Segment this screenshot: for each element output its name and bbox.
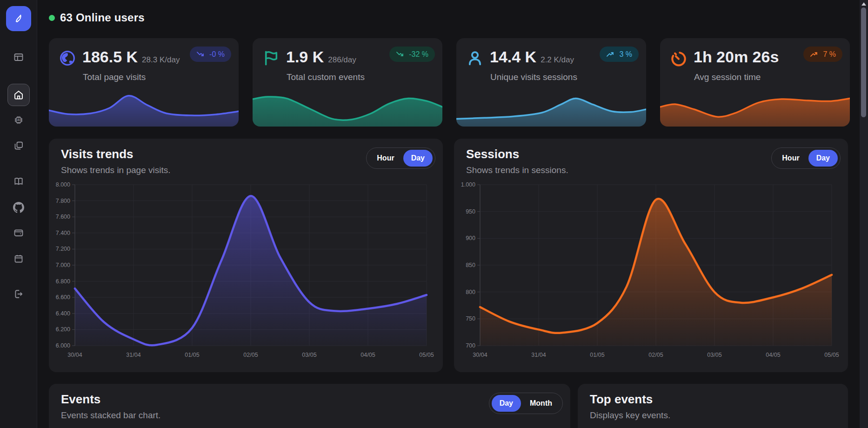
events-subtitle: Events stacked bar chart. (61, 410, 160, 421)
app-logo[interactable] (6, 6, 31, 31)
scrollbar-thumb[interactable] (861, 7, 866, 117)
line-chart[interactable]: 30/0431/0401/0502/0503/0504/0505/058.000… (49, 178, 443, 368)
stat-rate: 2.2 K/day (541, 55, 574, 64)
stat-label: Total custom events (287, 72, 365, 82)
stat-value-text: 186.5 K (82, 48, 138, 66)
y-tick-label: 7.600 (56, 214, 70, 220)
sidebar-item-panels[interactable] (7, 46, 30, 68)
events-title: Events (61, 392, 100, 407)
sparkline-chart (49, 89, 239, 127)
sidebar-item-copy[interactable] (7, 134, 30, 157)
chart-title: Visits trends (61, 147, 134, 161)
globe-icon (58, 49, 77, 67)
book-icon (13, 176, 24, 187)
sparkline-fill (660, 99, 850, 127)
wallet-icon (13, 227, 24, 238)
y-tick-label: 7.200 (56, 246, 70, 252)
x-tick-label: 04/05 (766, 352, 780, 358)
events-card: Events Events stacked bar chart. Day Mon… (49, 384, 570, 428)
svg-text:AI: AI (17, 118, 20, 121)
top-events-subtitle: Displays key events. (590, 410, 670, 421)
y-tick-label: 800 (466, 289, 475, 295)
x-tick-label: 31/04 (126, 352, 140, 358)
stat-rate: 28.3 K/day (142, 55, 180, 64)
badge-text: 7 % (823, 50, 836, 59)
sidebar-item-calendar[interactable] (7, 247, 30, 270)
y-tick-label: 7.000 (56, 262, 70, 268)
stat-label: Avg session time (694, 72, 761, 82)
scrollbar[interactable] (860, 0, 868, 428)
x-tick-label: 02/05 (648, 352, 663, 358)
chart-subtitle: Shows trends in sessions. (466, 165, 568, 175)
toggle-hour[interactable]: Hour (774, 150, 807, 167)
x-tick-label: 30/04 (67, 352, 82, 358)
trend-badge: -0 % (190, 47, 231, 62)
top-events-card: Top events Displays key events. (578, 384, 848, 428)
toggle-month[interactable]: Month (522, 395, 560, 412)
sidebar-item-home[interactable] (7, 84, 30, 106)
toggle-hour[interactable]: Hour (369, 150, 402, 167)
sidebar-item-ai[interactable]: AI (7, 109, 30, 131)
day-month-toggle: Day Month (489, 393, 563, 414)
sparkline-chart (660, 89, 850, 127)
toggle-day[interactable]: Day (492, 395, 521, 412)
online-users-label: 63 Online users (60, 11, 145, 24)
timer-icon (669, 49, 688, 67)
online-dot (49, 15, 55, 21)
sidebar-item-logout[interactable] (7, 283, 30, 305)
y-tick-label: 6.400 (56, 310, 70, 317)
scroll-up-arrow[interactable] (861, 2, 866, 6)
online-users: 63 Online users (49, 11, 145, 24)
stat-label: Unique visits sessions (490, 72, 577, 82)
sidebar-item-wallet[interactable] (7, 221, 30, 244)
top-events-title: Top events (590, 392, 653, 407)
stat-value: 1h 20m 26s (694, 48, 783, 66)
x-tick-label: 05/05 (419, 352, 434, 358)
sessions-card: Sessions Shows trends in sessions. Hour … (454, 139, 848, 372)
sidebar-item-docs[interactable] (7, 170, 30, 193)
y-tick-label: 900 (466, 235, 475, 241)
chart-subtitle: Shows trends in page visits. (61, 165, 171, 175)
funnel-logo-icon (12, 12, 26, 26)
y-tick-label: 950 (466, 208, 475, 215)
y-tick-label: 850 (466, 262, 475, 268)
y-tick-label: 7.400 (56, 230, 70, 236)
y-tick-label: 8.000 (56, 181, 70, 188)
trend-up-icon (810, 51, 819, 57)
stat-value-text: 1h 20m 26s (694, 48, 779, 66)
ai-chip-icon: AI (13, 114, 24, 126)
copy-icon (13, 140, 24, 151)
flag-icon (262, 49, 280, 67)
trend-down-icon (196, 51, 205, 57)
y-tick-label: 1.000 (461, 181, 475, 188)
trend-down-icon (396, 51, 405, 57)
stat-rate: 286/day (328, 55, 356, 64)
y-tick-label: 700 (466, 342, 475, 349)
toggle-day[interactable]: Day (403, 150, 433, 167)
stat-value: 1.9 K286/day (286, 48, 356, 66)
y-tick-label: 750 (466, 315, 475, 322)
stat-card-avg-session: 1h 20m 26s Avg session time 7 % (660, 38, 850, 127)
x-tick-label: 01/05 (590, 352, 604, 358)
main-content: 63 Online users 186.5 K28.3 K/day Total … (37, 0, 860, 428)
stat-value: 186.5 K28.3 K/day (82, 48, 180, 66)
x-tick-label: 02/05 (243, 352, 258, 358)
sidebar-item-github[interactable] (7, 196, 30, 219)
sparkline-chart (253, 89, 442, 127)
panels-icon (13, 52, 24, 63)
y-tick-label: 6.600 (56, 294, 70, 301)
x-tick-label: 31/04 (531, 352, 546, 358)
trend-badge: 7 % (803, 47, 842, 62)
visits-trends-card: Visits trends Shows trends in page visit… (49, 139, 443, 372)
sparkline-fill (49, 96, 239, 127)
toggle-day[interactable]: Day (808, 150, 838, 167)
x-tick-label: 04/05 (361, 352, 375, 358)
line-chart[interactable]: 30/0431/0401/0502/0503/0504/0505/051.000… (454, 178, 848, 368)
chart-area-fill (480, 199, 832, 346)
calendar-icon (13, 253, 24, 264)
badge-text: 3 % (619, 50, 632, 59)
sidebar: AI (0, 0, 37, 428)
y-tick-label: 6.200 (56, 326, 70, 333)
trend-badge: 3 % (600, 47, 639, 62)
chart-title: Sessions (466, 147, 519, 161)
